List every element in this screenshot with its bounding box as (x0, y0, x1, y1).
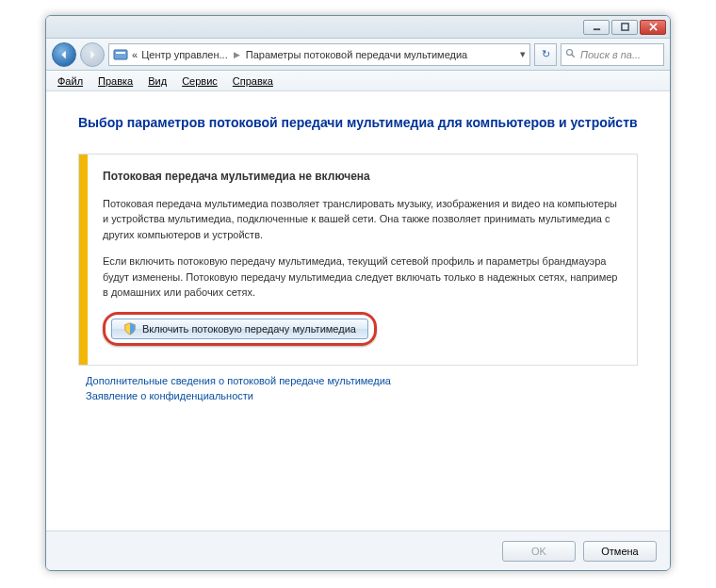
close-button[interactable] (640, 20, 666, 35)
menu-edit[interactable]: Правка (92, 74, 138, 89)
titlebar (46, 16, 670, 39)
more-info-link[interactable]: Дополнительные сведения о потоковой пере… (86, 375, 638, 386)
address-marker: « (132, 49, 138, 60)
svg-rect-0 (593, 28, 599, 30)
menu-view[interactable]: Вид (142, 74, 172, 89)
refresh-icon: ↻ (542, 48, 550, 60)
navbar: « Центр управлен... ▶ Параметры потоково… (46, 39, 670, 71)
ok-button[interactable]: OK (502, 541, 576, 562)
forward-button[interactable] (80, 42, 105, 67)
panel-body: Потоковая передача мультимедиа не включе… (88, 155, 637, 366)
minimize-icon (593, 23, 601, 31)
panel-paragraph: Потоковая передача мультимедиа позволяет… (103, 196, 618, 243)
breadcrumb-item[interactable]: Параметры потоковой передачи мультимедиа (246, 49, 467, 60)
panel-title: Потоковая передача мультимедиа не включе… (103, 168, 618, 185)
maximize-icon (621, 23, 629, 31)
warning-stripe (79, 155, 88, 366)
svg-rect-1 (621, 24, 627, 30)
menu-file[interactable]: Файл (52, 74, 89, 89)
svg-point-4 (567, 49, 573, 55)
arrow-left-icon (57, 48, 71, 61)
address-dropdown[interactable]: ▾ (520, 48, 526, 60)
svg-rect-3 (116, 52, 125, 54)
search-placeholder: Поиск в па... (580, 49, 641, 60)
footer: OK Отмена (46, 531, 670, 570)
menubar: Файл Правка Вид Сервис Справка (46, 71, 670, 91)
shield-icon (123, 322, 137, 335)
links-block: Дополнительные сведения о потоковой пере… (78, 375, 638, 401)
privacy-link[interactable]: Заявление о конфиденциальности (86, 390, 638, 401)
cancel-button[interactable]: Отмена (583, 541, 657, 562)
address-bar[interactable]: « Центр управлен... ▶ Параметры потоково… (108, 43, 530, 66)
breadcrumb-item[interactable]: Центр управлен... (141, 49, 228, 60)
enable-streaming-label: Включить потоковую передачу мультимедиа (142, 323, 356, 335)
menu-tools[interactable]: Сервис (176, 74, 223, 89)
minimize-button[interactable] (583, 20, 610, 35)
content-area: Выбор параметров потоковой передачи муль… (46, 91, 670, 531)
search-icon (565, 48, 577, 61)
warning-panel: Потоковая передача мультимедиа не включе… (78, 154, 638, 367)
menu-help[interactable]: Справка (227, 74, 279, 89)
chevron-right-icon: ▶ (234, 50, 240, 59)
page-title: Выбор параметров потоковой передачи муль… (78, 114, 638, 133)
svg-line-5 (572, 54, 575, 57)
enable-streaming-button[interactable]: Включить потоковую передачу мультимедиа (111, 318, 368, 339)
maximize-button[interactable] (611, 20, 638, 35)
highlight-ring: Включить потоковую передачу мультимедиа (103, 312, 377, 347)
close-icon (649, 23, 658, 31)
arrow-right-icon (86, 48, 99, 61)
svg-rect-2 (114, 50, 127, 59)
back-button[interactable] (52, 42, 76, 67)
refresh-button[interactable]: ↻ (534, 43, 557, 66)
search-input[interactable]: Поиск в па... (561, 43, 664, 66)
panel-paragraph: Если включить потоковую передачу мультим… (103, 253, 618, 301)
control-panel-icon (113, 47, 128, 62)
window: « Центр управлен... ▶ Параметры потоково… (45, 15, 671, 571)
